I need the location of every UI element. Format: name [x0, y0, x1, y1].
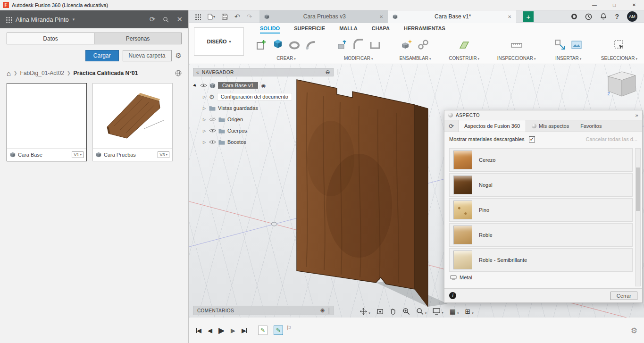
select-icon[interactable]	[612, 38, 626, 51]
version-dropdown[interactable]: V1	[72, 151, 84, 158]
timeline-settings-gear-icon[interactable]: ⚙	[631, 326, 637, 335]
navigator-grip[interactable]	[337, 69, 338, 75]
version-dropdown[interactable]: V3	[158, 151, 169, 158]
ribbon-tab-herramientas[interactable]: HERRAMIENTAS	[404, 25, 445, 33]
ribbon-tab-solido[interactable]: SOLIDO	[260, 25, 280, 33]
new-component-icon[interactable]	[400, 38, 413, 51]
add-comment-icon[interactable]: ⊕	[320, 307, 325, 314]
extrude-icon[interactable]	[271, 38, 284, 51]
collapse-left-icon[interactable]: «	[196, 70, 199, 75]
minimize-button[interactable]: —	[585, 0, 604, 10]
scrollbar-thumb[interactable]	[636, 167, 640, 211]
downloadable-checkbox[interactable]	[529, 136, 535, 142]
recent-clock-icon[interactable]	[585, 13, 592, 20]
fit-zoom-window-tool[interactable]: ▾	[416, 308, 427, 315]
joint-icon[interactable]	[417, 38, 430, 51]
file-menu-icon[interactable]: ▾	[208, 14, 215, 20]
caret-right-icon[interactable]: ▷	[202, 106, 207, 110]
comments-grip[interactable]	[328, 308, 329, 314]
eye-hidden-icon[interactable]	[209, 117, 216, 122]
go-to-start-button[interactable]: ◀	[196, 327, 201, 334]
dock-right-icon[interactable]: »	[635, 112, 638, 118]
tree-item-label[interactable]: Bocetos	[227, 139, 246, 145]
refresh-icon[interactable]: ⟳	[150, 15, 156, 24]
material-item-cerezo[interactable]: Cerezo	[449, 148, 633, 172]
go-to-end-button[interactable]: ▶	[242, 327, 247, 334]
expanded-caret-icon[interactable]: ▶	[192, 82, 198, 88]
user-name[interactable]: Alina Miranda Pinto	[16, 16, 69, 23]
upload-button[interactable]: Cargar	[85, 50, 119, 61]
help-icon[interactable]: ?	[615, 13, 619, 20]
tab-my-appearances[interactable]: Mis aspectos	[526, 120, 575, 132]
shell-icon[interactable]	[368, 38, 382, 51]
tree-item-doc-settings[interactable]: ▷ ⚙ Configuración del documento	[202, 91, 334, 102]
display-settings-tool[interactable]: ▾	[433, 308, 443, 315]
eye-visible-icon[interactable]	[209, 140, 216, 144]
user-caret-icon[interactable]: ▾	[73, 17, 75, 22]
close-dialog-button[interactable]: Cerrar	[611, 292, 637, 300]
caret-right-icon[interactable]: ▷	[202, 95, 207, 99]
tree-item-sketches[interactable]: ▷ Bocetos	[202, 136, 334, 148]
group-label[interactable]: INSERTAR	[555, 56, 581, 61]
viewports-tool[interactable]: ⊞▾	[465, 308, 474, 315]
caret-right-icon[interactable]: ▷	[202, 140, 207, 144]
caret-right-icon[interactable]: ▷	[202, 117, 207, 122]
tab-favorites[interactable]: Favoritos	[575, 120, 607, 132]
doc-tab-cara-pruebas[interactable]: Cara Pruebas v3 ✕	[259, 10, 388, 23]
grid-snaps-tool[interactable]: ▦▾	[450, 308, 459, 315]
insert-derive-icon[interactable]	[553, 38, 567, 51]
group-label[interactable]: CREAR	[276, 56, 295, 61]
group-label[interactable]: SELECCIONAR	[601, 56, 637, 61]
close-button[interactable]: ✕	[624, 0, 644, 10]
tree-item-bodies[interactable]: ▷ Cuerpos	[202, 125, 334, 136]
tree-item-label[interactable]: Configuración del documento	[217, 93, 292, 100]
measure-icon[interactable]	[510, 38, 523, 51]
app-launcher-icon[interactable]	[195, 14, 201, 20]
close-tab-icon[interactable]: ✕	[508, 14, 511, 19]
tab-personas[interactable]: Personas	[94, 33, 181, 44]
new-folder-button[interactable]: Nueva carpeta	[123, 50, 172, 61]
tab-fusion-appearances[interactable]: Aspectos de Fusion 360	[459, 120, 526, 132]
globe-icon[interactable]	[175, 70, 182, 76]
home-icon[interactable]: ⌂	[7, 69, 11, 77]
card-cara-pruebas[interactable]: Cara Pruebas V3	[92, 83, 173, 161]
root-document-label[interactable]: Cara Base v1	[218, 82, 258, 89]
tree-item-origin[interactable]: ▷ Origen	[202, 114, 334, 125]
timeline-feature-sketch2-selected[interactable]: ✎	[274, 326, 283, 335]
step-back-button[interactable]: ◀	[208, 327, 212, 334]
save-icon[interactable]	[222, 14, 228, 20]
sweep-icon[interactable]	[304, 38, 318, 51]
new-tab-button[interactable]: +	[523, 11, 534, 22]
group-label[interactable]: MODIFICAR	[344, 56, 373, 61]
user-avatar[interactable]: AM	[627, 11, 637, 22]
materials-scrollbar[interactable]	[635, 148, 641, 286]
view-cube[interactable]	[604, 70, 639, 101]
info-icon[interactable]: i	[449, 292, 456, 299]
create-sketch-icon[interactable]	[255, 38, 268, 51]
app-grid-icon[interactable]	[6, 17, 12, 23]
tree-item-named-views[interactable]: ▷ Vistas guardadas	[202, 102, 334, 114]
ribbon-tab-superficie[interactable]: SUPERFICIE	[294, 25, 325, 33]
press-pull-icon[interactable]	[335, 38, 349, 51]
ribbon-tab-malla[interactable]: MALLA	[339, 25, 358, 33]
viewport-canvas[interactable]: Z « NAVEGADOR ⊖ ▶ Cara Base v1 ◉	[189, 64, 644, 318]
group-label[interactable]: INSPECCIONAR	[497, 56, 536, 61]
material-item-roble[interactable]: Roble	[449, 223, 633, 247]
timeline-marker-flag-icon[interactable]: ⚐	[286, 325, 292, 331]
close-panel-icon[interactable]: ✕	[176, 15, 183, 24]
tab-datos[interactable]: Datos	[7, 33, 94, 44]
construction-plane-icon[interactable]	[458, 38, 471, 51]
tree-root-row[interactable]: ▶ Cara Base v1 ◉	[193, 80, 334, 91]
pan-hand-tool[interactable]	[390, 308, 396, 315]
play-button[interactable]: ▶	[218, 326, 225, 335]
material-item-nogal[interactable]: Nogal	[449, 173, 633, 197]
maximize-button[interactable]: □	[604, 0, 624, 10]
metal-section-header[interactable]: Metal	[449, 273, 633, 282]
doc-tab-cara-base[interactable]: Cara Base v1* ✕	[388, 10, 516, 23]
aspect-dialog-header[interactable]: ASPECTO »	[444, 110, 642, 120]
eye-visible-icon[interactable]	[200, 83, 207, 88]
timeline-feature-sketch1[interactable]: ✎	[258, 326, 268, 335]
tree-item-label[interactable]: Origen	[227, 117, 243, 122]
step-forward-button[interactable]: ▶	[231, 327, 235, 334]
breadcrumb-project[interactable]: FabDig_01-Act02	[20, 70, 64, 76]
